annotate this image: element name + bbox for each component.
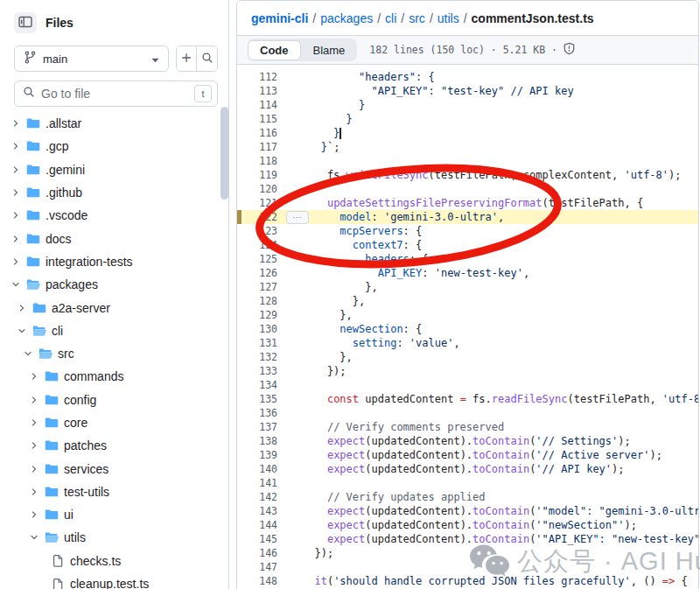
go-to-file-input[interactable] bbox=[41, 87, 188, 101]
tree-item-patches[interactable]: patches bbox=[0, 434, 228, 457]
tree-item-cleanup.test.ts[interactable]: cleanup.test.ts bbox=[0, 572, 228, 589]
folder-icon bbox=[26, 255, 40, 269]
line-number[interactable]: 128 bbox=[237, 295, 277, 307]
line-number[interactable]: 144 bbox=[237, 519, 277, 531]
line-number[interactable]: 133 bbox=[237, 365, 277, 377]
line-number[interactable]: 115 bbox=[237, 113, 277, 125]
tree-item-core[interactable]: core bbox=[0, 411, 228, 434]
line-number[interactable]: 131 bbox=[237, 337, 277, 349]
line-number[interactable]: 140 bbox=[237, 463, 277, 475]
chevron-icon bbox=[29, 417, 39, 428]
code-line-144: 144 expect(updatedContent).toContain('"n… bbox=[237, 518, 698, 532]
line-number[interactable]: 126 bbox=[237, 267, 277, 279]
code-line-121: 121 updateSettingsFilePreservingFormat(t… bbox=[237, 196, 698, 210]
line-number[interactable]: 114 bbox=[237, 99, 277, 111]
tree-item-label: a2a-server bbox=[52, 301, 110, 315]
code-line-134: 134 bbox=[237, 378, 698, 392]
folder-icon bbox=[26, 139, 40, 153]
tree-item-commands[interactable]: commands bbox=[0, 365, 228, 388]
line-number[interactable]: 132 bbox=[237, 351, 277, 363]
line-number[interactable]: 143 bbox=[237, 505, 277, 517]
line-content: updateSettingsFilePreservingFormat(testF… bbox=[302, 197, 643, 209]
line-number[interactable]: 147 bbox=[237, 561, 277, 573]
tree-item-src[interactable]: src bbox=[0, 342, 228, 365]
line-number[interactable]: 119 bbox=[237, 169, 277, 181]
tree-item-docs[interactable]: docs bbox=[0, 227, 228, 249]
line-number[interactable]: 148 bbox=[237, 575, 277, 587]
line-number[interactable]: 122 bbox=[237, 211, 277, 223]
folder-icon bbox=[32, 301, 46, 315]
code-line-117: 117 }`; bbox=[237, 140, 698, 154]
tab-code[interactable]: Code bbox=[248, 40, 301, 60]
line-number[interactable]: 129 bbox=[237, 309, 277, 321]
line-content: expect(updatedContent).toContain('"model… bbox=[302, 505, 699, 517]
line-number[interactable]: 146 bbox=[237, 547, 277, 559]
new-file-button[interactable] bbox=[177, 46, 197, 71]
tree-item-.gemini[interactable]: .gemini bbox=[0, 158, 228, 181]
tree-item-label: ui bbox=[64, 508, 74, 522]
tree-item-.gcp[interactable]: .gcp bbox=[0, 135, 228, 158]
line-number[interactable]: 145 bbox=[237, 533, 277, 545]
line-number[interactable]: 130 bbox=[237, 323, 277, 335]
chevron-icon bbox=[29, 487, 39, 497]
tree-item-ui[interactable]: ui bbox=[0, 503, 228, 526]
breadcrumb-link-src[interactable]: src bbox=[409, 11, 425, 25]
tree-item-.vscode[interactable]: .vscode bbox=[0, 204, 228, 227]
tab-blame[interactable]: Blame bbox=[301, 40, 358, 60]
line-number[interactable]: 127 bbox=[237, 281, 277, 293]
tree-item-packages[interactable]: packages bbox=[0, 273, 228, 296]
line-number[interactable]: 113 bbox=[237, 85, 277, 97]
chevron-icon bbox=[29, 371, 39, 382]
line-number[interactable]: 125 bbox=[237, 253, 277, 265]
tree-item-utils[interactable]: utils bbox=[0, 526, 228, 549]
line-number[interactable]: 136 bbox=[237, 407, 277, 419]
tree-item-label: core bbox=[64, 416, 88, 430]
tree-item-.allstar[interactable]: .allstar bbox=[0, 112, 228, 135]
branch-selector[interactable]: main bbox=[14, 46, 169, 72]
sidebar-scrollbar-thumb[interactable] bbox=[220, 107, 228, 200]
breadcrumb-separator: / bbox=[425, 11, 438, 25]
tree-item-a2a-server[interactable]: a2a-server bbox=[0, 296, 228, 319]
breadcrumb-link-utils[interactable]: utils bbox=[438, 11, 459, 25]
code-line-122: ...122 model: 'gemini-3.0-ultra', bbox=[237, 210, 698, 224]
tree-item-services[interactable]: services bbox=[0, 457, 228, 480]
folder-open-icon bbox=[26, 277, 40, 291]
chevron-spacer bbox=[35, 578, 46, 589]
line-number[interactable]: 124 bbox=[237, 239, 277, 251]
line-number[interactable]: 118 bbox=[237, 155, 277, 167]
tree-item-cli[interactable]: cli bbox=[0, 319, 228, 342]
breadcrumb-current-file: commentJson.test.ts bbox=[472, 11, 594, 25]
breadcrumb-repo-link[interactable]: gemini-cli bbox=[251, 11, 308, 25]
line-number[interactable]: 135 bbox=[237, 393, 277, 405]
code-line-143: 143 expect(updatedContent).toContain('"m… bbox=[237, 504, 698, 518]
breadcrumb-link-cli[interactable]: cli bbox=[385, 11, 396, 25]
tree-item-checks.ts[interactable]: checks.ts bbox=[0, 550, 228, 572]
line-number[interactable]: 134 bbox=[237, 379, 277, 391]
line-number[interactable]: 117 bbox=[237, 141, 277, 153]
line-number[interactable]: 141 bbox=[237, 477, 277, 489]
line-number[interactable]: 142 bbox=[237, 491, 277, 503]
line-number[interactable]: 123 bbox=[237, 225, 277, 237]
line-number[interactable]: 139 bbox=[237, 449, 277, 461]
sidebar-collapse-button[interactable] bbox=[14, 12, 37, 33]
tree-item-integration-tests[interactable]: integration-tests bbox=[0, 250, 228, 273]
folder-open-icon bbox=[45, 530, 59, 544]
line-number[interactable]: 121 bbox=[237, 197, 277, 209]
line-content: expect(updatedContent).toContain('// API… bbox=[302, 463, 625, 475]
line-number[interactable]: 138 bbox=[237, 435, 277, 447]
text-cursor bbox=[340, 128, 341, 139]
folder-icon bbox=[26, 186, 40, 200]
line-context-menu-button[interactable]: ... bbox=[286, 211, 309, 224]
tree-item-config[interactable]: config bbox=[0, 389, 228, 411]
line-content: }); bbox=[302, 365, 346, 377]
line-content: // Verify comments preserved bbox=[302, 421, 504, 433]
tree-search-button[interactable] bbox=[197, 46, 217, 71]
line-number[interactable]: 112 bbox=[237, 71, 277, 83]
tree-item-.github[interactable]: .github bbox=[0, 181, 228, 204]
shield-icon[interactable] bbox=[563, 42, 576, 58]
line-number[interactable]: 116 bbox=[237, 127, 277, 139]
line-number[interactable]: 120 bbox=[237, 183, 277, 195]
breadcrumb-link-packages[interactable]: packages bbox=[320, 11, 373, 25]
tree-item-test-utils[interactable]: test-utils bbox=[0, 480, 228, 503]
line-number[interactable]: 137 bbox=[237, 421, 277, 433]
